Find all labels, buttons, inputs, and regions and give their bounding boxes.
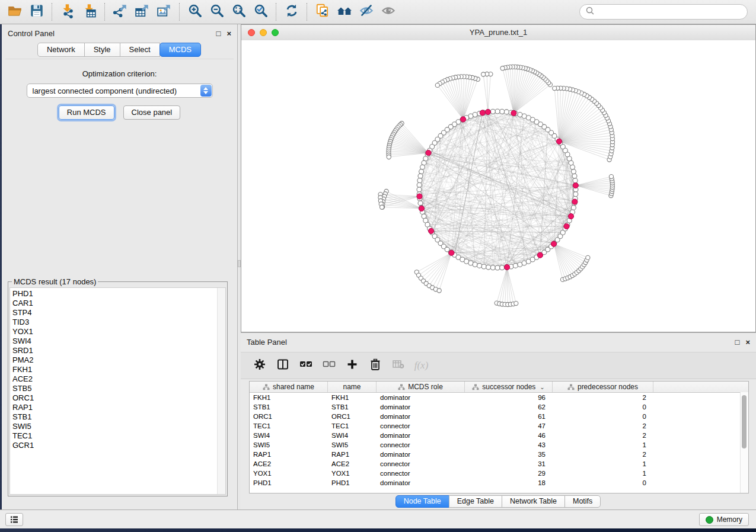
table-row[interactable]: PHD1PHD1dominator180 <box>250 478 748 488</box>
zoom-out-button[interactable] <box>206 2 228 22</box>
deselect-all-button[interactable] <box>323 360 334 371</box>
tab-network[interactable]: Network <box>37 43 85 57</box>
cell-successor-nodes: 35 <box>465 451 553 458</box>
table-row[interactable]: YOX1YOX1connector291 <box>250 469 748 478</box>
table-row[interactable]: SWI4SWI4dominator462 <box>250 431 748 440</box>
show-panel-list-button[interactable] <box>5 513 23 526</box>
export-network-button[interactable] <box>109 2 131 22</box>
export-image-button[interactable] <box>153 2 175 22</box>
add-column-button[interactable] <box>346 360 358 371</box>
tab-network-table[interactable]: Network Table <box>502 495 565 508</box>
close-panel-icon[interactable]: × <box>227 30 231 37</box>
table-row[interactable]: SWI5SWI5connector431 <box>250 440 748 450</box>
search-input[interactable] <box>595 7 733 17</box>
cell-successor-nodes: 47 <box>465 422 553 430</box>
clone-network-icon <box>315 3 330 21</box>
export-network-icon <box>113 3 128 21</box>
cell-predecessor-nodes: 2 <box>553 422 653 430</box>
mcds-result-item[interactable]: STB5 <box>12 384 216 393</box>
mcds-result-item[interactable]: SWI4 <box>12 336 216 346</box>
mcds-result-item[interactable]: GCR1 <box>12 441 216 450</box>
maximize-window-icon[interactable] <box>272 29 279 36</box>
clone-network-button[interactable] <box>311 2 333 22</box>
table-row[interactable]: TEC1TEC1connector472 <box>250 421 748 431</box>
save-session-button[interactable] <box>25 2 47 22</box>
mcds-result-box: MCDS result (17 nodes) PHD1CAR1STP4TID3Y… <box>8 277 228 496</box>
refresh-button[interactable] <box>280 2 302 22</box>
table-scrollbar-thumb[interactable] <box>742 395 747 448</box>
float-table-panel-icon[interactable]: □ <box>735 338 740 346</box>
settings-icon <box>254 358 266 373</box>
export-table-button[interactable] <box>131 2 153 22</box>
mcds-result-item[interactable]: RAP1 <box>12 403 216 412</box>
tab-select[interactable]: Select <box>120 43 160 57</box>
column-header-MCDS-role[interactable]: MCDS role <box>377 382 465 392</box>
table-row[interactable]: RAP1RAP1dominator352 <box>250 450 748 459</box>
run-mcds-button[interactable]: Run MCDS <box>59 105 114 120</box>
zoom-selected-icon <box>253 3 269 21</box>
column-header-shared-name[interactable]: shared name <box>250 382 328 392</box>
column-header-name[interactable]: name <box>328 382 377 392</box>
import-network-button[interactable] <box>56 2 78 22</box>
list-icon <box>10 515 18 524</box>
mcds-result-scrollbar[interactable] <box>217 288 225 494</box>
zoom-in-button[interactable] <box>184 2 206 22</box>
mcds-result-item[interactable]: SRD1 <box>12 346 216 355</box>
network-window-titlebar[interactable]: YPA_prune.txt_1 <box>241 25 755 41</box>
network-graph-canvas[interactable] <box>241 40 755 332</box>
toggle-column-view-button[interactable] <box>277 360 288 371</box>
mcds-result-item[interactable]: ACE2 <box>12 374 216 384</box>
export-table-icon <box>134 3 151 21</box>
import-table-button[interactable] <box>78 2 100 22</box>
mcds-result-item[interactable]: CAR1 <box>12 299 216 308</box>
first-neighbors-button[interactable] <box>333 2 355 22</box>
refresh-icon <box>284 3 299 21</box>
shared-attribute-icon <box>263 384 270 390</box>
table-row[interactable]: FKH1FKH1dominator962 <box>250 393 748 402</box>
mcds-result-item[interactable]: YOX1 <box>12 327 216 336</box>
delete-column-button[interactable] <box>369 360 381 371</box>
optimization-criterion-dropdown[interactable]: largest connected component (undirected) <box>27 84 213 98</box>
zoom-fit-button[interactable] <box>228 2 250 22</box>
minimize-window-icon[interactable] <box>260 29 267 36</box>
cell-name: PHD1 <box>328 479 377 486</box>
mcds-result-item[interactable]: SWI5 <box>12 422 216 431</box>
close-table-panel-icon[interactable]: × <box>745 338 750 346</box>
float-panel-icon[interactable]: □ <box>216 30 221 37</box>
tab-edge-table[interactable]: Edge Table <box>449 495 502 508</box>
tab-motifs[interactable]: Motifs <box>564 495 601 508</box>
open-file-button[interactable] <box>4 2 25 22</box>
mcds-result-item[interactable]: PMA2 <box>12 355 216 365</box>
memory-button[interactable]: Memory <box>699 513 749 526</box>
search-box[interactable] <box>579 4 748 20</box>
mcds-result-item[interactable]: STB1 <box>12 412 216 422</box>
mcds-result-item[interactable]: TEC1 <box>12 431 216 441</box>
hide-selected-button[interactable] <box>355 2 377 22</box>
table-row[interactable]: STB1STB1dominator620 <box>250 402 748 412</box>
mcds-result-item[interactable]: STP4 <box>12 308 216 318</box>
table-row[interactable]: ORC1ORC1dominator610 <box>250 412 748 421</box>
cell-successor-nodes: 43 <box>465 441 553 448</box>
tab-mcds[interactable]: MCDS <box>160 43 201 57</box>
tab-node-table[interactable]: Node Table <box>395 495 449 508</box>
show-all-button[interactable] <box>377 2 399 22</box>
tab-style[interactable]: Style <box>84 43 120 57</box>
settings-button[interactable] <box>254 360 265 371</box>
column-header-successor-nodes[interactable]: successor nodes⌄ <box>465 382 553 392</box>
mcds-result-item[interactable]: TID3 <box>12 318 216 327</box>
open-file-icon <box>7 3 23 21</box>
cell-MCDS-role: connector <box>377 460 465 467</box>
column-header-predecessor-nodes[interactable]: predecessor nodes <box>553 382 653 392</box>
cell-successor-nodes: 61 <box>465 413 553 420</box>
table-row[interactable]: ACE2ACE2connector311 <box>250 459 748 469</box>
mcds-result-item[interactable]: FKH1 <box>12 365 216 374</box>
select-all-button[interactable] <box>300 360 311 371</box>
export-image-icon <box>156 3 173 21</box>
cell-name: STB1 <box>328 403 377 411</box>
close-panel-button[interactable]: Close panel <box>123 105 181 120</box>
mcds-result-item[interactable]: ORC1 <box>12 393 216 403</box>
zoom-selected-button[interactable] <box>250 2 272 22</box>
table-scrollbar[interactable] <box>740 392 748 493</box>
close-window-icon[interactable] <box>248 29 255 36</box>
mcds-result-item[interactable]: PHD1 <box>12 289 216 299</box>
